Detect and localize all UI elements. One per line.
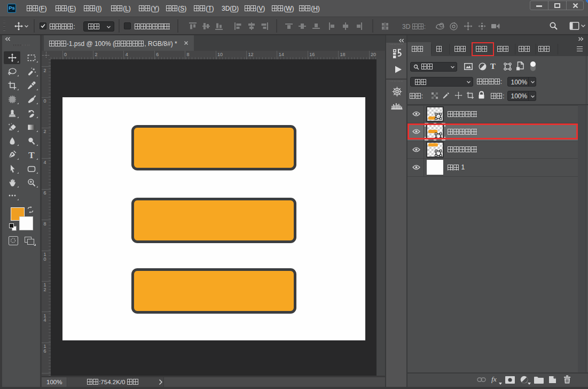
svg-text:T: T (28, 150, 35, 160)
